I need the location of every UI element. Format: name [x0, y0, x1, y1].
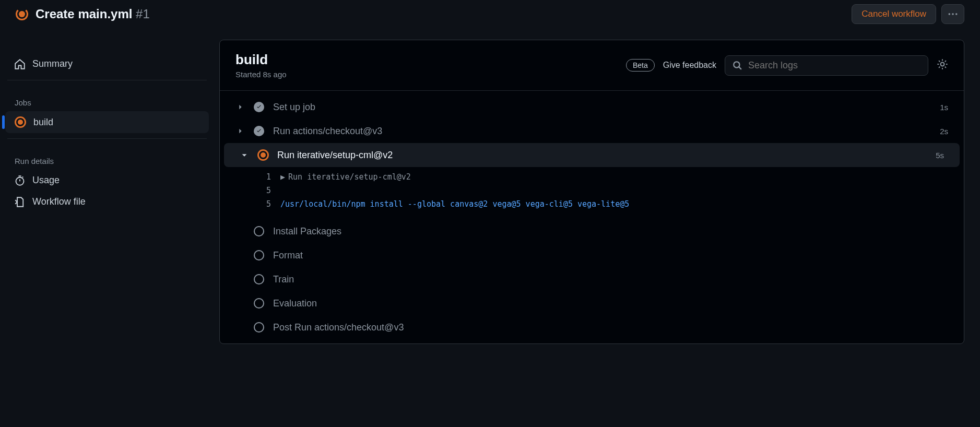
give-feedback-link[interactable]: Give feedback: [663, 61, 716, 70]
beta-badge: Beta: [626, 59, 655, 72]
run-details-label: Run details: [5, 144, 209, 170]
layout: Summary Jobs build Run details Usage Wor…: [0, 32, 980, 344]
success-icon: [253, 125, 265, 137]
pending-icon: [253, 250, 265, 261]
search-logs-wrap[interactable]: [725, 55, 928, 76]
jobs-label: Jobs: [5, 86, 209, 111]
header-right: Cancel workflow: [852, 4, 964, 24]
sidebar-summary-label: Summary: [32, 58, 73, 69]
svg-point-0: [948, 13, 950, 15]
job-title: build: [235, 52, 618, 68]
chevron-right-icon: [235, 103, 245, 111]
step-name: Format: [273, 250, 948, 261]
step-duration: 2s: [940, 127, 948, 136]
main-header-left: build Started 8s ago: [235, 52, 618, 79]
more-actions-button[interactable]: [941, 4, 964, 24]
line-content: ▶Run iterative/setup-cml@v2: [280, 172, 411, 182]
step-name: Post Run actions/checkout@v3: [273, 322, 948, 333]
step-evaluation[interactable]: Evaluation: [220, 291, 964, 315]
step-name: Install Packages: [273, 226, 948, 237]
line-number: 5: [256, 199, 271, 209]
file-icon: [15, 197, 25, 207]
stopwatch-icon: [15, 175, 25, 186]
pending-icon: [253, 322, 265, 333]
search-icon: [733, 61, 742, 70]
divider: [7, 80, 207, 80]
svg-point-4: [734, 62, 739, 67]
chevron-down-icon: [240, 151, 249, 159]
cancel-workflow-button[interactable]: Cancel workflow: [852, 4, 936, 24]
step-name: Evaluation: [273, 298, 948, 309]
chevron-right-icon: [235, 127, 245, 135]
success-icon: [253, 101, 265, 113]
step-duration: 5s: [936, 151, 944, 160]
header-left: Create main.yml #1: [16, 7, 852, 21]
step-install-packages[interactable]: Install Packages: [220, 219, 964, 243]
pending-icon: [253, 226, 265, 237]
kebab-icon: [948, 9, 958, 19]
pending-icon: [253, 298, 265, 309]
search-logs-input[interactable]: [748, 60, 920, 71]
log-output: 1 ▶Run iterative/setup-cml@v2 5 5 /usr/l…: [220, 167, 964, 219]
pending-icon: [253, 274, 265, 285]
sidebar-usage[interactable]: Usage: [5, 170, 209, 191]
step-name: Run iterative/setup-cml@v2: [277, 150, 927, 161]
main-header: build Started 8s ago Beta Give feedback: [220, 40, 964, 91]
page-header: Create main.yml #1 Cancel workflow: [0, 0, 980, 32]
sidebar-workflow-file[interactable]: Workflow file: [5, 191, 209, 212]
step-setup-job[interactable]: Set up job 1s: [220, 95, 964, 119]
disclosure-triangle-icon: ▶: [280, 172, 285, 182]
log-line: 5 /usr/local/bin/npm install --global ca…: [256, 197, 953, 211]
divider: [7, 138, 207, 139]
workflow-title: Create main.yml #1: [36, 7, 150, 21]
step-train[interactable]: Train: [220, 267, 964, 291]
sidebar-job-label: build: [33, 117, 53, 128]
gear-icon: [937, 58, 948, 70]
log-line[interactable]: 1 ▶Run iterative/setup-cml@v2: [256, 170, 953, 184]
step-name: Set up job: [273, 102, 931, 113]
step-setup-cml[interactable]: Run iterative/setup-cml@v2 5s: [224, 143, 960, 167]
svg-point-1: [952, 13, 954, 15]
step-format[interactable]: Format: [220, 243, 964, 267]
main-panel: build Started 8s ago Beta Give feedback: [219, 40, 964, 344]
sidebar-job-build[interactable]: build: [5, 111, 209, 133]
run-number: #1: [136, 7, 150, 21]
job-subtitle: Started 8s ago: [235, 70, 618, 79]
sidebar-summary[interactable]: Summary: [5, 53, 209, 75]
step-name: Train: [273, 274, 948, 285]
home-icon: [15, 59, 25, 69]
sidebar: Summary Jobs build Run details Usage Wor…: [0, 32, 214, 344]
sidebar-usage-label: Usage: [32, 175, 60, 186]
line-number: 1: [256, 172, 271, 182]
sidebar-workflow-file-label: Workflow file: [32, 196, 86, 207]
svg-point-2: [955, 13, 958, 15]
settings-button[interactable]: [937, 58, 948, 72]
steps-list: Set up job 1s Run actions/checkout@v3 2s: [220, 91, 964, 343]
step-name: Run actions/checkout@v3: [273, 126, 931, 137]
svg-point-5: [941, 63, 944, 66]
step-post-checkout[interactable]: Post Run actions/checkout@v3: [220, 315, 964, 339]
workflow-title-text: Create main.yml: [36, 7, 132, 21]
line-content: /usr/local/bin/npm install --global canv…: [280, 199, 629, 209]
running-spinner-icon: [15, 116, 26, 128]
running-spinner-icon: [16, 8, 28, 20]
step-checkout[interactable]: Run actions/checkout@v3 2s: [220, 119, 964, 143]
line-number: 5: [256, 186, 271, 195]
step-duration: 1s: [940, 103, 948, 112]
running-spinner-icon: [257, 149, 269, 161]
log-line: 5: [256, 184, 953, 197]
